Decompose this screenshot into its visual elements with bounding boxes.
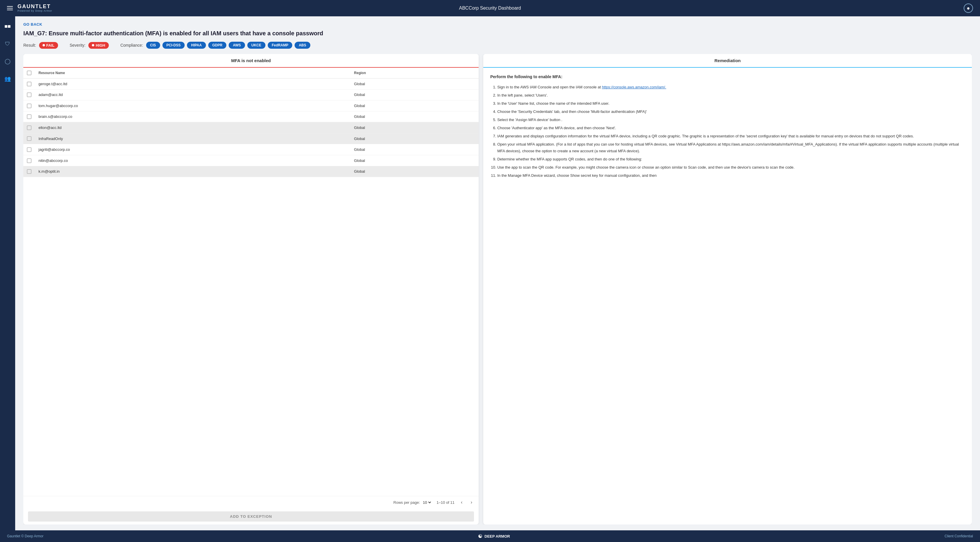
resource-table-body: geroge.t@acc.ltd Global adam@acc.ltd Glo… xyxy=(23,78,479,177)
add-exception-button[interactable]: ADD TO EXCEPTION xyxy=(28,512,474,521)
compliance-tag-gdpr[interactable]: GDPR xyxy=(208,42,227,49)
row-region: Global xyxy=(351,166,479,177)
row-checkbox-cell xyxy=(23,89,35,100)
row-checkbox[interactable] xyxy=(27,158,32,163)
footer-center: ☯ DEEP ARMOR xyxy=(478,534,510,539)
panels: MFA is not enabled Resource Name Region xyxy=(23,54,972,524)
sidebar-item-users[interactable]: 👥 xyxy=(2,73,13,84)
table-row[interactable]: tom.hugar@abccorp.co Global xyxy=(23,100,479,112)
rows-per-page: Rows per page: 10 25 50 xyxy=(393,500,432,505)
compliance-tag-hipaa[interactable]: HIPAA xyxy=(187,42,205,49)
footer-right: Client Confidential xyxy=(945,534,973,538)
row-resource-name: elton@acc.ltd xyxy=(35,122,351,133)
logo-area: GAUNTLET Powered by Deep Armor xyxy=(18,4,52,13)
select-all-checkbox[interactable] xyxy=(27,70,32,75)
logo-main: GAUNTLET xyxy=(18,4,52,10)
user-avatar[interactable]: ● xyxy=(964,3,973,13)
logo-sub: Powered by Deep Armor xyxy=(18,10,52,13)
remediation-step: In the left pane, select 'Users'. xyxy=(497,92,965,99)
row-checkbox[interactable] xyxy=(27,169,32,174)
row-checkbox[interactable] xyxy=(27,126,32,130)
col-region: Region xyxy=(351,68,479,78)
left-panel: MFA is not enabled Resource Name Region xyxy=(23,54,479,524)
row-checkbox-cell xyxy=(23,155,35,166)
table-row[interactable]: geroge.t@acc.ltd Global xyxy=(23,78,479,89)
left-panel-header: MFA is not enabled xyxy=(23,54,479,68)
row-checkbox[interactable] xyxy=(27,147,32,152)
prev-page-button[interactable]: ‹ xyxy=(459,499,464,505)
compliance-tag-pci-dss[interactable]: PCI-DSS xyxy=(162,42,185,49)
compliance-meta: Compliance: CISPCI-DSSHIPAAGDPRAWSUKCEFe… xyxy=(121,42,310,49)
severity-badge: HIGH xyxy=(88,42,109,49)
row-region: Global xyxy=(351,111,479,122)
row-resource-name: adam@acc.ltd xyxy=(35,89,351,100)
table-row[interactable]: elton@acc.ltd Global xyxy=(23,122,479,133)
sidebar-item-clock[interactable]: ◯ xyxy=(2,56,13,67)
result-badge: FAIL xyxy=(39,42,58,49)
row-checkbox[interactable] xyxy=(27,104,32,108)
row-resource-name: InfraReadOnly xyxy=(35,133,351,144)
severity-meta: Severity: HIGH xyxy=(70,42,109,49)
row-resource-name: k.m@optit.in xyxy=(35,166,351,177)
compliance-tag-aws[interactable]: AWS xyxy=(229,42,245,49)
right-panel: Remediation Perform the following to ena… xyxy=(483,54,972,524)
row-checkbox[interactable] xyxy=(27,82,32,86)
row-checkbox[interactable] xyxy=(27,92,32,97)
row-resource-name: nitin@abccorp.co xyxy=(35,155,351,166)
row-resource-name: jagriti@abccorp.co xyxy=(35,144,351,155)
remediation-step: Sign in to the AWS IAM Console and open … xyxy=(497,84,965,91)
sidebar-item-shield[interactable]: 🛡 xyxy=(2,38,13,49)
nav-right: ● xyxy=(964,3,973,13)
rows-per-page-label: Rows per page: xyxy=(393,500,420,505)
remediation-steps: Sign in to the AWS IAM Console and open … xyxy=(490,84,965,179)
iam-console-link[interactable]: https://console.aws.amazon.com/iam/. xyxy=(602,85,666,89)
hamburger-menu[interactable] xyxy=(7,6,13,10)
footer-left: Gauntlet © Deep Armor xyxy=(7,534,43,538)
remediation-step: Open your virtual MFA application. (For … xyxy=(497,141,965,154)
page-header-title: ABCCorp Security Dashboard xyxy=(459,6,521,11)
compliance-tag-ukce[interactable]: UKCE xyxy=(247,42,266,49)
compliance-label: Compliance: xyxy=(121,43,143,48)
remediation-content[interactable]: Perform the following to enable MFA: Sig… xyxy=(483,68,972,524)
remediation-step: Choose the 'Security Credentials' tab, a… xyxy=(497,108,965,115)
compliance-tag-abs[interactable]: ABS xyxy=(294,42,310,49)
resource-table: Resource Name Region geroge.t@acc.ltd Gl… xyxy=(23,68,479,177)
go-back-link[interactable]: GO BACK xyxy=(23,22,972,27)
row-region: Global xyxy=(351,133,479,144)
row-resource-name: geroge.t@acc.ltd xyxy=(35,78,351,89)
table-row[interactable]: nitin@abccorp.co Global xyxy=(23,155,479,166)
top-nav: GAUNTLET Powered by Deep Armor ABCCorp S… xyxy=(0,0,980,16)
result-label: Result: xyxy=(23,43,36,48)
footer-center-text: DEEP ARMOR xyxy=(484,534,510,539)
content-area: GO BACK IAM_G7: Ensure multi-factor auth… xyxy=(15,16,980,530)
remediation-step: Determine whether the MFA app supports Q… xyxy=(497,156,965,163)
row-checkbox-cell xyxy=(23,111,35,122)
row-checkbox[interactable] xyxy=(27,136,32,141)
table-row[interactable]: k.m@optit.in Global xyxy=(23,166,479,177)
table-row[interactable]: jagriti@abccorp.co Global xyxy=(23,144,479,155)
compliance-tag-cis[interactable]: CIS xyxy=(146,42,160,49)
page-title: IAM_G7: Ensure multi-factor authenticati… xyxy=(23,29,972,37)
compliance-tags: CISPCI-DSSHIPAAGDPRAWSUKCEFedRAMPABS xyxy=(146,42,310,49)
row-checkbox[interactable] xyxy=(27,114,32,119)
rows-per-page-select[interactable]: 10 25 50 xyxy=(422,500,432,505)
sidebar: ■■ 🛡 ◯ 👥 xyxy=(0,16,15,530)
next-page-button[interactable]: › xyxy=(469,499,474,505)
table-header-row: Resource Name Region xyxy=(23,68,479,78)
remediation-step: Select the 'Assign MFA device' button . xyxy=(497,117,965,123)
row-region: Global xyxy=(351,78,479,89)
table-row[interactable]: InfraReadOnly Global xyxy=(23,133,479,144)
col-resource-name: Resource Name xyxy=(35,68,351,78)
row-checkbox-cell xyxy=(23,166,35,177)
header-checkbox-cell xyxy=(23,68,35,78)
sidebar-item-grid[interactable]: ■■ xyxy=(2,21,13,32)
resource-table-container[interactable]: Resource Name Region geroge.t@acc.ltd Gl… xyxy=(23,68,479,496)
severity-label: Severity: xyxy=(70,43,86,48)
remediation-step: In the 'User' Name list, choose the name… xyxy=(497,100,965,107)
table-row[interactable]: brain.s@abccorp.co Global xyxy=(23,111,479,122)
remediation-step: Choose 'Authenticator app' as the MFA de… xyxy=(497,125,965,131)
compliance-tag-fedramp[interactable]: FedRAMP xyxy=(268,42,293,49)
row-region: Global xyxy=(351,89,479,100)
table-row[interactable]: adam@acc.ltd Global xyxy=(23,89,479,100)
row-resource-name: brain.s@abccorp.co xyxy=(35,111,351,122)
